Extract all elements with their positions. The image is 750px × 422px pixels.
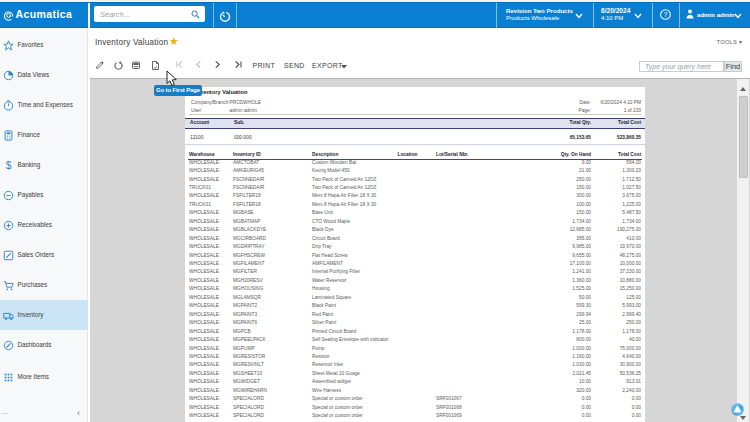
- svg-text:?: ?: [664, 11, 668, 18]
- svg-text:$: $: [5, 160, 11, 171]
